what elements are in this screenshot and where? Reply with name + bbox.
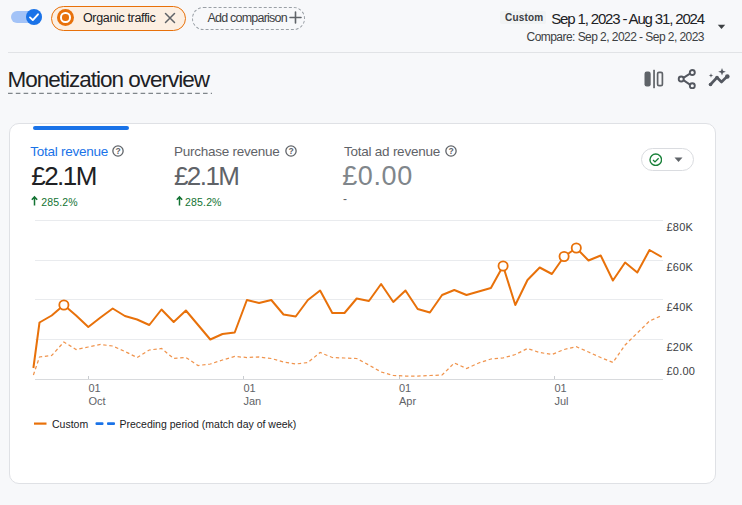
svg-text:?: ? xyxy=(288,146,293,156)
svg-text:£0.00: £0.00 xyxy=(667,365,696,377)
svg-text:01: 01 xyxy=(89,382,101,394)
svg-text:01: 01 xyxy=(244,382,256,394)
svg-text:£60K: £60K xyxy=(667,261,694,273)
svg-text:£80K: £80K xyxy=(667,221,694,233)
svg-text:01: 01 xyxy=(399,382,411,394)
svg-text:£40K: £40K xyxy=(667,301,694,313)
svg-text:Custom: Custom xyxy=(52,418,88,430)
svg-text:?: ? xyxy=(448,146,453,156)
svg-text:Oct: Oct xyxy=(89,395,106,407)
svg-text:01: 01 xyxy=(555,382,567,394)
svg-text:Jan: Jan xyxy=(244,395,262,407)
svg-text:£20K: £20K xyxy=(667,341,694,353)
svg-text:?: ? xyxy=(115,146,120,156)
svg-text:Apr: Apr xyxy=(399,395,416,407)
svg-text:Preceding period (match day of: Preceding period (match day of week) xyxy=(120,418,297,430)
svg-text:Jul: Jul xyxy=(555,395,569,407)
